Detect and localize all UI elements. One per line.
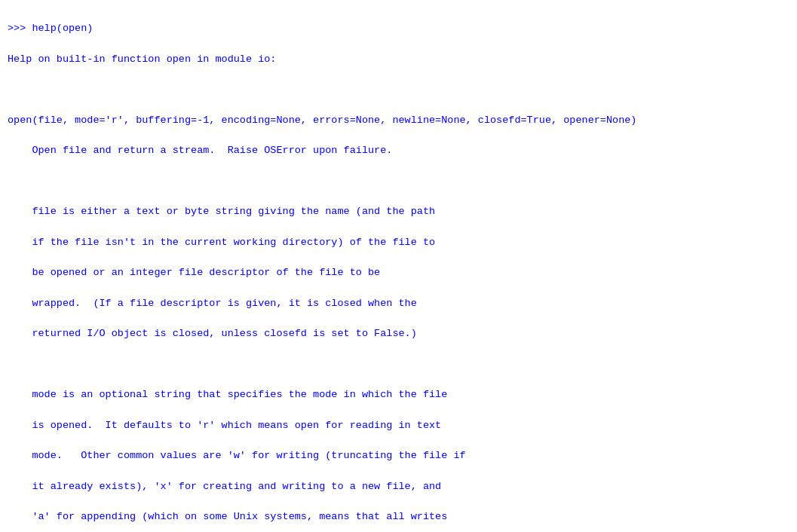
prompt-line: >>> help(open) [8,23,93,34]
mode-desc-line1: mode is an optional string that specifie… [8,389,447,400]
mode-desc-line4: it already exists), 'x' for creating and… [8,481,441,492]
mode-desc-line2: is opened. It defaults to 'r' which mean… [8,420,441,431]
terminal-output: >>> help(open) Help on built-in function… [8,6,789,532]
file-desc-line1: file is either a text or byte string giv… [8,206,435,217]
file-desc-line2: if the file isn't in the current working… [8,237,435,248]
file-desc-line4: wrapped. (If a file descriptor is given,… [8,298,417,309]
help-header: Help on built-in function open in module… [8,54,276,65]
mode-desc-line3: mode. Other common values are 'w' for wr… [8,450,466,461]
file-desc-line3: be opened or an integer file descriptor … [8,267,380,278]
open-description: Open file and return a stream. Raise OSE… [8,145,392,156]
mode-desc-line5: 'a' for appending (which on some Unix sy… [8,511,447,522]
file-desc-line5: returned I/O object is closed, unless cl… [8,328,417,339]
function-signature: open(file, mode='r', buffering=-1, encod… [8,115,636,126]
